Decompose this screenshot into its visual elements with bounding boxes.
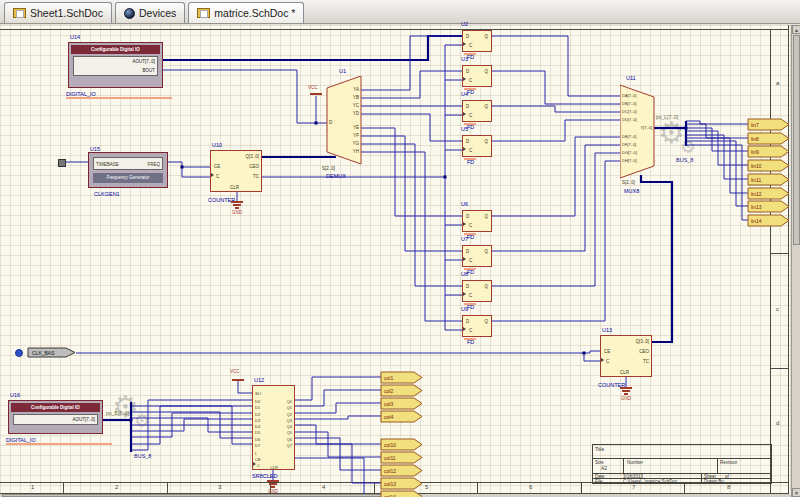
port-col1[interactable]: col1 <box>381 372 425 383</box>
port-col4[interactable]: col4 <box>381 411 425 422</box>
component-comment: SR8CLED <box>252 473 277 479</box>
pin-label: D <box>466 284 469 289</box>
title-block: Title Size A2 Number Revision Date 3/18/… <box>592 444 772 484</box>
bus-label[interactable]: BUS_8 <box>676 157 693 163</box>
component-shift-register[interactable]: U12 SLI D0 D1 D2 D3 D4 D5 D6 D7 L CE C Q… <box>250 377 310 497</box>
net-wire[interactable] <box>492 145 620 251</box>
titleblock-revision-label: Revision <box>720 460 737 465</box>
component-frequency-generator[interactable]: U15 TIMEBASE FREQ Frequency Generator CL… <box>86 146 186 198</box>
component-body[interactable]: DQC <box>462 245 492 267</box>
port-col14[interactable]: col14 <box>381 491 425 497</box>
net-wire[interactable] <box>492 71 620 104</box>
port-lin7[interactable]: lin7 <box>748 119 792 130</box>
mask-underline <box>464 303 476 305</box>
port-lin9[interactable]: lin9 <box>748 146 792 157</box>
component-mux[interactable]: U11 DA[7..0] DB[7..0] DC[7..0] DD[7..0] … <box>618 83 688 199</box>
pin-label: CEO <box>639 349 649 354</box>
pin-label: SLI <box>255 391 261 396</box>
component-body[interactable]: SLI D0 D1 D2 D3 D4 D5 D6 D7 L CE C Q0 Q1… <box>252 385 295 470</box>
component-digital-io-bottom[interactable]: U16 Configurable Digital IO AOUT[7..0] D… <box>6 392 118 454</box>
pin-label: L <box>255 451 257 456</box>
gnd-power-port[interactable]: GND <box>230 201 246 217</box>
component-body[interactable]: CE C Q[3..0] CEO TC CLR <box>210 150 262 192</box>
titleblock-number-label: Number <box>627 460 643 465</box>
component-body[interactable]: DQC <box>462 30 492 52</box>
pin-label: D <box>329 120 332 125</box>
net-wire[interactable] <box>686 135 748 179</box>
component-body[interactable]: DQC <box>462 65 492 87</box>
vcc-power-port[interactable]: VCC <box>230 369 246 381</box>
clock-pin-marker <box>463 42 466 46</box>
net-label-mux-out[interactable]: po_L[7..0] <box>656 114 678 120</box>
component-flipflop[interactable]: U2DQCFD <box>462 21 502 59</box>
net-wire[interactable] <box>686 131 748 165</box>
component-flipflop[interactable]: U7DQCFD <box>462 236 502 274</box>
bus-label[interactable]: BUS_8 <box>134 453 151 459</box>
designator: U8 <box>461 271 468 277</box>
net-wire[interactable] <box>492 106 620 112</box>
component-digital-io-top[interactable]: U14 Configurable Digital IO AOUT[7..0] B… <box>66 34 178 100</box>
component-body[interactable]: CE C Q[3..0] CEO TC CLR <box>600 335 652 377</box>
net-wire[interactable] <box>76 351 600 353</box>
titleblock-file-label: File: <box>595 479 604 484</box>
component-body[interactable]: DQC <box>462 100 492 122</box>
component-demux[interactable]: U1 D YA YB YC YD YE YF YG YH S[2..0] DEM… <box>325 74 385 182</box>
component-flipflop[interactable]: U6DQCFD <box>462 201 502 239</box>
net-wire[interactable] <box>492 36 620 96</box>
net-wire[interactable] <box>492 153 620 286</box>
bus-wire[interactable] <box>641 175 672 342</box>
net-wire[interactable] <box>163 70 327 123</box>
component-flipflop[interactable]: U9DQCFD <box>462 306 502 344</box>
component-body[interactable]: DQC <box>462 280 492 302</box>
vertical-scrollbar-thumb[interactable] <box>793 35 800 245</box>
component-body[interactable]: DQC <box>462 315 492 337</box>
scroll-up-button[interactable]: ▲ <box>792 25 800 34</box>
net-wire[interactable] <box>492 161 620 321</box>
port-label: CLK_BAS <box>32 350 55 356</box>
wire-stub-terminal[interactable] <box>58 159 66 167</box>
port-clk-bas[interactable]: CLK_BAS <box>28 348 76 357</box>
mask-underline <box>464 88 476 90</box>
component-body[interactable]: Configurable Digital IO AOUT[7..0] BOUT <box>68 42 163 88</box>
port-lin13[interactable]: lin13 <box>748 201 792 212</box>
port-col13[interactable]: col13 <box>381 478 425 489</box>
net-wire[interactable] <box>492 120 620 141</box>
vcc-power-port[interactable]: VCC <box>308 85 324 97</box>
vertical-scrollbar[interactable]: ▲ ▼ <box>791 25 800 497</box>
designator: U10 <box>212 142 222 148</box>
pin-label: Q1 <box>287 405 292 410</box>
port-col3[interactable]: col3 <box>381 398 425 409</box>
scroll-down-button[interactable]: ▼ <box>792 488 800 497</box>
pin-label: D <box>466 34 469 39</box>
net-wire[interactable] <box>182 167 210 177</box>
port-col2[interactable]: col2 <box>381 385 425 396</box>
pin-label: Q <box>484 104 488 109</box>
port-lin14[interactable]: lin14 <box>748 215 792 226</box>
component-flipflop[interactable]: U5DQCFD <box>462 126 502 164</box>
port-lin11[interactable]: lin11 <box>748 174 792 185</box>
clock-pin-marker <box>463 222 466 226</box>
bus-wire[interactable] <box>163 36 462 60</box>
port-col10[interactable]: col10 <box>381 439 425 450</box>
component-comment: DEMUX <box>326 173 346 179</box>
pin-label: Q7 <box>287 443 292 448</box>
component-body[interactable]: DQC <box>462 210 492 232</box>
component-flipflop[interactable]: U8DQCFD <box>462 271 502 309</box>
pin-label: Q3 <box>287 418 292 423</box>
gnd-power-port[interactable]: GND <box>619 387 635 403</box>
component-flipflop[interactable]: U4DQCFD <box>462 91 502 129</box>
port-lin10[interactable]: lin10 <box>748 160 792 171</box>
net-label-dio-out[interactable]: po_B[7..0] <box>106 410 129 416</box>
component-body[interactable]: DQC <box>462 135 492 157</box>
port-col12[interactable]: col12 <box>381 465 425 476</box>
port-lin12[interactable]: lin12 <box>748 188 792 199</box>
net-wire[interactable] <box>686 145 748 220</box>
pin-label: Q <box>484 319 488 324</box>
component-body[interactable]: Configurable Digital IO AOUT[7..0] <box>8 400 103 434</box>
component-body[interactable]: TIMEBASE FREQ Frequency Generator <box>88 152 168 188</box>
component-flipflop[interactable]: U3DQCFD <box>462 56 502 94</box>
port-lin8[interactable]: lin8 <box>748 133 792 144</box>
no-erc-marker[interactable] <box>15 349 23 357</box>
net-wire[interactable] <box>492 137 620 216</box>
port-col11[interactable]: col11 <box>381 452 425 463</box>
